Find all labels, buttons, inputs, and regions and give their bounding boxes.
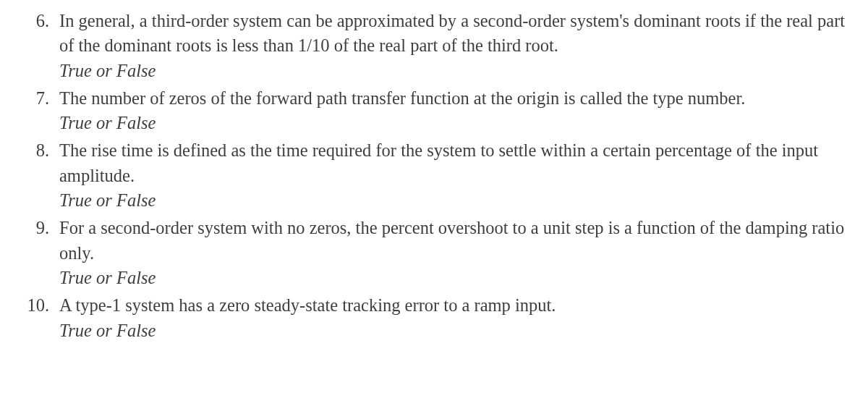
answer-prompt: True or False <box>59 318 846 343</box>
question-item: 9. For a second-order system with no zer… <box>14 216 846 290</box>
question-text: A type-1 system has a zero steady-state … <box>59 293 846 318</box>
answer-prompt: True or False <box>59 59 846 83</box>
question-number: 9. <box>14 216 49 240</box>
question-list: 6. In general, a third-order system can … <box>14 9 846 343</box>
question-number: 8. <box>14 138 49 163</box>
question-number: 6. <box>14 9 49 33</box>
answer-prompt: True or False <box>59 188 846 213</box>
question-item: 10. A type-1 system has a zero steady-st… <box>14 293 846 343</box>
question-number: 7. <box>14 86 49 111</box>
question-item: 8. The rise time is defined as the time … <box>14 138 846 213</box>
question-item: 7. The number of zeros of the forward pa… <box>14 86 846 136</box>
question-item: 6. In general, a third-order system can … <box>14 9 846 83</box>
question-text: For a second-order system with no zeros,… <box>59 216 846 266</box>
question-text: In general, a third-order system can be … <box>59 9 846 59</box>
question-text: The number of zeros of the forward path … <box>59 86 846 111</box>
question-number: 10. <box>14 293 49 318</box>
answer-prompt: True or False <box>59 266 846 290</box>
answer-prompt: True or False <box>59 111 846 135</box>
question-text: The rise time is defined as the time req… <box>59 138 846 188</box>
